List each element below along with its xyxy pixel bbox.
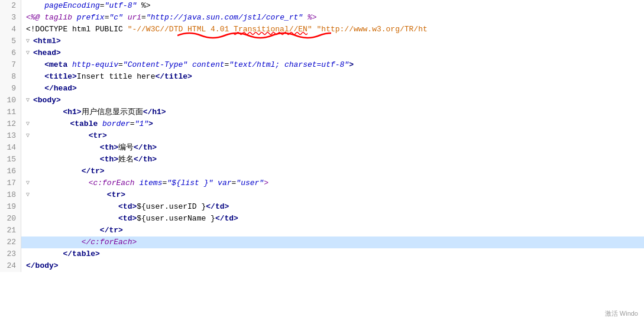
line-number: 9 xyxy=(0,83,21,95)
fold-icon: ▽ xyxy=(26,118,32,130)
code-line: 15 <th>姓名</th> xyxy=(0,154,644,166)
code-area[interactable]: 2 pageEncoding="utf-8" %> 3 <%@ taglib p… xyxy=(0,0,644,324)
line-number: 5 xyxy=(0,35,21,47)
code-content: <td>${user.userName }</td> xyxy=(26,213,644,225)
line-number: 12 xyxy=(0,118,21,130)
code-content: <h1>用户信息显示页面</h1> xyxy=(26,106,644,118)
line-number: 16 xyxy=(0,166,21,177)
line-number: 10 xyxy=(0,95,21,106)
code-line-highlighted: 22 </c:forEach> xyxy=(0,236,644,248)
code-content: </tr> xyxy=(26,166,644,177)
watermark: 激活 Windo xyxy=(605,309,638,318)
code-content: <tr> xyxy=(33,189,644,201)
fold-icon: ▽ xyxy=(26,47,32,59)
line-number: 14 xyxy=(0,142,21,154)
line-number: 21 xyxy=(0,225,21,236)
line-number: 22 xyxy=(0,236,21,248)
code-line: 5 ▽ <html> xyxy=(0,35,644,47)
code-content: <meta http-equiv="Content-Type" content=… xyxy=(26,59,644,71)
code-content: <th>姓名</th> xyxy=(26,154,644,166)
code-content: <!DOCTYPE html PUBLIC "-//W3C//DTD HTML … xyxy=(26,24,644,35)
line-number: 8 xyxy=(0,71,21,83)
code-content: <html> xyxy=(33,35,644,47)
code-line: 14 <th>编号</th> xyxy=(0,142,644,154)
line-number: 23 xyxy=(0,248,21,260)
code-line: 23 </table> xyxy=(0,248,644,260)
code-content: </table> xyxy=(26,248,644,260)
code-content: </body> xyxy=(26,260,644,272)
watermark-text: 激活 Windo xyxy=(605,310,638,317)
fold-icon: ▽ xyxy=(26,130,32,142)
code-line: 17 ▽ <c:forEach items="${list }" var="us… xyxy=(0,177,644,189)
line-number: 4 xyxy=(0,24,21,35)
code-line: 20 <td>${user.userName }</td> xyxy=(0,213,644,225)
line-number: 18 xyxy=(0,189,21,201)
fold-icon: ▽ xyxy=(26,95,32,106)
code-line: 9 </head> xyxy=(0,83,644,95)
code-line: 18 ▽ <tr> xyxy=(0,189,644,201)
code-content: </c:forEach> xyxy=(26,236,644,248)
code-content: <c:forEach items="${list }" var="user"> xyxy=(33,177,644,189)
code-content: <td>${user.userID }</td> xyxy=(26,201,644,213)
code-content: pageEncoding="utf-8" %> xyxy=(26,0,644,12)
code-content: <tr> xyxy=(33,130,644,142)
code-line: 6 ▽ <head> xyxy=(0,47,644,59)
code-content: <body> xyxy=(33,95,644,106)
fold-icon: ▽ xyxy=(26,35,32,47)
code-line: 10 ▽ <body> xyxy=(0,95,644,106)
code-content: </head> xyxy=(26,83,644,95)
code-line: 24 </body> xyxy=(0,260,644,272)
fold-icon: ▽ xyxy=(26,189,32,201)
code-content: <table border="1"> xyxy=(33,118,644,130)
line-number: 11 xyxy=(0,106,21,118)
code-line: 8 <title>Insert title here</title> xyxy=(0,71,644,83)
code-line: 21 </tr> xyxy=(0,225,644,236)
code-line: 2 pageEncoding="utf-8" %> xyxy=(0,0,644,12)
line-number: 13 xyxy=(0,130,21,142)
code-line: 11 <h1>用户信息显示页面</h1> xyxy=(0,106,644,118)
code-line: 12 ▽ <table border="1"> xyxy=(0,118,644,130)
code-content: <title>Insert title here</title> xyxy=(26,71,644,83)
code-line: 13 ▽ <tr> xyxy=(0,130,644,142)
code-line: 4 <!DOCTYPE html PUBLIC "-//W3C//DTD HTM… xyxy=(0,24,644,35)
line-number: 17 xyxy=(0,177,21,189)
code-line: 19 <td>${user.userID }</td> xyxy=(0,201,644,213)
line-number: 15 xyxy=(0,154,21,166)
editor-container: 2 pageEncoding="utf-8" %> 3 <%@ taglib p… xyxy=(0,0,644,324)
line-number: 19 xyxy=(0,201,21,213)
line-number: 3 xyxy=(0,12,21,24)
line-number: 20 xyxy=(0,213,21,225)
code-line: 3 <%@ taglib prefix="c" uri="http://java… xyxy=(0,12,644,24)
line-number: 2 xyxy=(0,0,21,12)
fold-icon: ▽ xyxy=(26,177,32,189)
code-content: <%@ taglib prefix="c" uri="http://java.s… xyxy=(26,12,644,24)
line-number: 6 xyxy=(0,47,21,59)
line-number: 7 xyxy=(0,59,21,71)
code-content: </tr> xyxy=(26,225,644,236)
line-number: 24 xyxy=(0,260,21,272)
code-content: <th>编号</th> xyxy=(26,142,644,154)
code-line: 7 <meta http-equiv="Content-Type" conten… xyxy=(0,59,644,71)
code-content: <head> xyxy=(33,47,644,59)
code-line: 16 </tr> xyxy=(0,166,644,177)
